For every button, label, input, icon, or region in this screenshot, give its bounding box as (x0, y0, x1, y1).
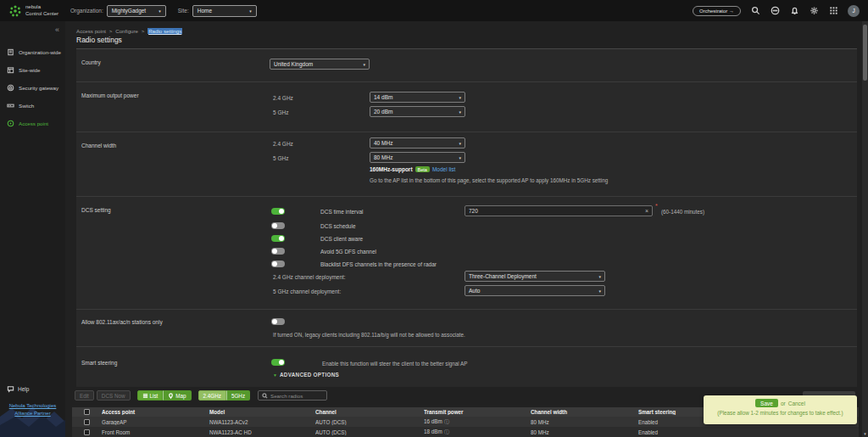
table-search-input[interactable] (270, 393, 323, 399)
help-icon (7, 385, 14, 393)
edit-button[interactable]: Edit (75, 390, 94, 401)
sidebar-item-switch[interactable]: Switch (0, 97, 65, 115)
scrollbar-thumb[interactable] (863, 25, 867, 81)
site-icon (7, 66, 14, 74)
triangle-down-icon: ▼ (273, 373, 277, 378)
chevron-down-icon: ▾ (363, 62, 365, 67)
building-icon (7, 48, 14, 56)
organization-select[interactable]: MightyGadget▾ (107, 5, 166, 17)
width-5ghz-select[interactable]: 80 MHz▾ (370, 152, 465, 163)
dcs-client-aware-toggle[interactable] (271, 235, 285, 242)
list-view-button[interactable]: List (137, 390, 164, 401)
avoid-5g-dfs-label: Avoid 5G DFS channel (320, 249, 376, 255)
section-channel-width: Channel width 2.4 GHz 40 MHz▾ 5 GHz 80 M… (76, 132, 857, 197)
orchestrator-button[interactable]: Orchestrator → (693, 6, 741, 16)
notifications-bell-icon[interactable] (789, 6, 799, 16)
user-avatar[interactable]: J (848, 5, 860, 17)
dcs-time-interval-toggle[interactable] (271, 208, 285, 215)
section-max-output-power: Maximum output power 2.4 GHz 14 dBm▾ 5 G… (76, 82, 857, 132)
topbar-actions: Orchestrator → (693, 5, 860, 17)
dcs-now-button[interactable]: DCS Now (97, 390, 131, 401)
partner-link[interactable]: Nebula Technologies Alliance Partner (0, 402, 65, 417)
info-icon: ⓘ (444, 429, 449, 434)
brand-text: nebula Control Center (25, 4, 58, 17)
smart-steering-label: Smart steering (81, 360, 117, 366)
avoid-5g-dfs-toggle[interactable] (271, 248, 285, 255)
breadcrumb-radio-settings[interactable]: Radio settings (147, 28, 182, 34)
save-button[interactable]: Save (755, 399, 778, 407)
map-pin-icon (168, 393, 174, 399)
160mhz-note: Go to the AP list in the bottom of this … (370, 177, 608, 183)
chevron-down-icon: ▾ (249, 8, 252, 14)
clear-input-icon[interactable]: × (645, 208, 648, 214)
site-select[interactable]: Home▾ (192, 5, 257, 17)
col-channel: Channel (315, 409, 424, 415)
sidebar-item-site-wide[interactable]: Site-wide (0, 61, 65, 79)
sidebar-item-organization-wide[interactable]: Organization-wide (0, 43, 65, 61)
power-2-4ghz-select[interactable]: 14 dBm▾ (370, 92, 465, 103)
deployment-5ghz-select[interactable]: Auto▾ (465, 285, 605, 296)
breadcrumb-configure[interactable]: Configure (115, 28, 138, 34)
dcs-client-aware-label: DCS client aware (320, 236, 363, 242)
brand: nebula Control Center (8, 4, 58, 18)
chevron-down-icon: ▾ (459, 109, 461, 115)
country-select[interactable]: United Kingdom▾ (270, 59, 370, 70)
select-all-checkbox[interactable] (84, 409, 90, 415)
sidebar-item-access-point[interactable]: Access point (0, 115, 65, 132)
apps-grid-icon[interactable] (828, 6, 838, 16)
chevron-down-icon: ▾ (598, 289, 601, 294)
dcs-schedule-toggle[interactable] (271, 222, 285, 229)
country-label: Country (81, 59, 101, 65)
nebula-logo-icon (8, 4, 22, 18)
section-smart-steering: Smart steering Enable this function will… (76, 347, 857, 387)
smart-steering-toggle[interactable] (271, 359, 285, 366)
dcs-time-interval-label: DCS time interval (320, 209, 364, 215)
required-asterisk: * (655, 203, 658, 209)
table-row[interactable]: Front Room NWA1123-AC HD AUTO (DCS) 18 d… (72, 427, 859, 437)
blacklist-dfs-toggle[interactable] (271, 261, 285, 267)
sidebar-nav: Organization-wide Site-wide Security gat… (0, 43, 65, 132)
list-icon (142, 393, 148, 399)
width-2-4ghz-select[interactable]: 40 MHz▾ (370, 137, 465, 148)
deployment-2-4ghz-select[interactable]: Three-Channel Deployment▾ (465, 271, 605, 282)
dcs-interval-input[interactable] (469, 208, 643, 214)
chevron-down-icon: ▾ (459, 141, 461, 146)
toast-or-text: or (781, 401, 786, 406)
chevron-down-icon: ▾ (459, 95, 461, 100)
switch-icon (7, 102, 14, 109)
band-2-4ghz-label: 2.4 GHz (273, 95, 293, 101)
band-2-4ghz-button[interactable]: 2.4GHz (198, 390, 226, 401)
breadcrumb-access-point[interactable]: Access point (76, 28, 106, 34)
view-toggle-group: List Map (137, 390, 192, 401)
model-list-link[interactable]: Model list (432, 166, 455, 172)
col-model: Model (209, 409, 315, 415)
dcs-schedule-label: DCS schedule (320, 223, 356, 229)
power-5ghz-select[interactable]: 20 dBm▾ (370, 106, 465, 117)
160mhz-support-row: 160MHz-support Beta Model list (370, 166, 455, 172)
sidebar-collapse-icon[interactable]: « (55, 25, 59, 34)
sidebar-item-security-gateway[interactable]: Security gateway (0, 79, 65, 97)
band-5ghz-button[interactable]: 5GHz (226, 390, 250, 401)
search-icon[interactable] (750, 6, 760, 16)
dcs-interval-input-wrap: × (465, 205, 653, 216)
more-options-icon[interactable] (770, 6, 780, 16)
allow-stations-note: If turned ON, legacy clients including 8… (273, 332, 465, 338)
scrollbar-down-arrow[interactable]: ▾ (862, 431, 868, 436)
advanced-options-button[interactable]: ▼ ADVANCED OPTIONS (273, 372, 339, 378)
search-icon (262, 393, 268, 399)
cancel-button[interactable]: Cancel (788, 401, 805, 406)
deployment-2-4ghz-label: 2.4 GHz channel deployment: (273, 274, 346, 280)
screen: nebula Control Center Organization: Migh… (0, 0, 868, 437)
row-checkbox[interactable] (84, 419, 90, 425)
help-button[interactable]: Help (7, 385, 29, 393)
site-label: Site: (178, 8, 189, 14)
allow-stations-toggle[interactable] (271, 318, 285, 325)
access-point-icon (7, 120, 14, 127)
settings-gear-icon[interactable] (809, 6, 819, 16)
map-view-button[interactable]: Map (163, 390, 191, 401)
organization-label: Organization: (70, 8, 103, 14)
radio-settings-panel: Country United Kingdom▾ Maximum output p… (76, 48, 857, 387)
chevron-down-icon: ▾ (598, 274, 601, 279)
vertical-scrollbar[interactable]: ▾ (862, 21, 868, 437)
row-checkbox[interactable] (84, 429, 90, 435)
